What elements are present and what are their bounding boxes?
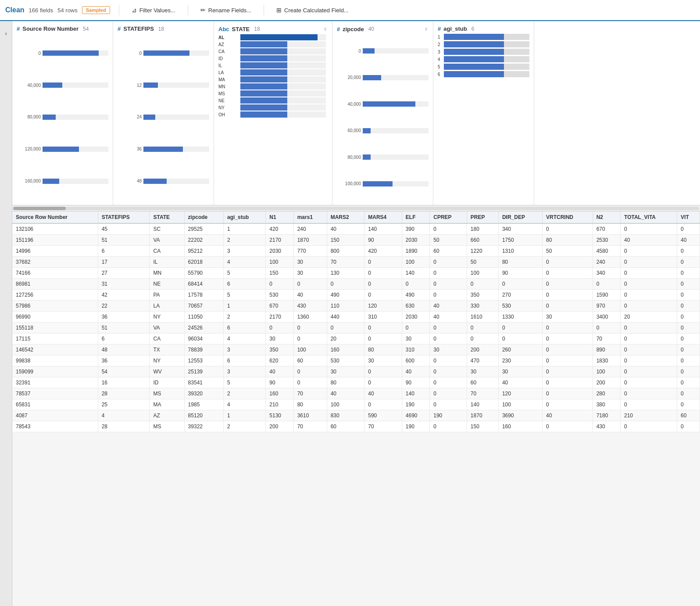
table-cell: 51 <box>98 235 150 246</box>
profile-card-source row number: # Source Row Number 54 0 40,000 <box>12 21 113 205</box>
table-cell: 0 <box>402 323 429 333</box>
agi-row: 2 <box>438 41 529 47</box>
column-header-mars1[interactable]: mars1 <box>293 212 327 223</box>
table-cell: NY <box>150 355 184 366</box>
column-header-prep[interactable]: PREP <box>467 212 498 223</box>
table-cell: 0 <box>430 268 467 279</box>
profile-card-agi_stub: # agi_stub 6 1 2 3 <box>433 21 534 205</box>
profile-card-zipcode: # zipcode 40 ♀ 0 20,000 40,00 <box>332 21 433 205</box>
table-cell: 70 <box>593 333 620 344</box>
table-cell: 40 <box>430 312 467 323</box>
table-cell: 70 <box>327 257 364 268</box>
table-cell: 36 <box>98 355 150 366</box>
horizontal-scrollbar[interactable] <box>12 205 700 212</box>
agi-bar-track <box>444 34 529 40</box>
table-row: 9983836NY1255366206053030600047023001830… <box>12 355 700 366</box>
table-cell: 3 <box>224 344 266 355</box>
column-header-vit[interactable]: VIT <box>677 212 700 223</box>
cat-bar-track <box>240 41 326 47</box>
cat-label: NY <box>218 105 240 110</box>
profile-type-icon: # <box>17 25 20 32</box>
side-panel[interactable]: › <box>0 21 12 606</box>
table-row: 7416627MN557905150301300140010090034000 <box>12 268 700 279</box>
table-row: 40874AZ851201513036108305904690190187036… <box>12 410 700 421</box>
table-cell: 5 <box>224 290 266 301</box>
table-cell: 0 <box>402 279 429 290</box>
cat-label: IL <box>218 63 240 68</box>
scrollbar-thumb[interactable] <box>13 207 66 210</box>
profile-count: 18 <box>254 26 260 32</box>
create-calc-field-button[interactable]: ⊞ Create Calculated Field... <box>273 5 352 15</box>
table-cell: IL <box>150 257 184 268</box>
table-cell: 0 <box>543 399 593 410</box>
table-cell: CA <box>150 246 184 257</box>
bar-row: 36 <box>118 147 209 152</box>
cat-row: CA <box>218 48 328 54</box>
table-row: 8698131NE684146000000000000 <box>12 279 700 290</box>
filter-values-button[interactable]: ⊿ Filter Values... <box>128 5 179 15</box>
column-header-source-row-number[interactable]: Source Row Number <box>12 212 98 223</box>
table-cell: 17115 <box>12 333 98 344</box>
profile-name: agi_stub <box>443 25 467 32</box>
table-cell: 0 <box>293 279 327 290</box>
cat-bar-fill <box>240 34 318 40</box>
table-cell: 530 <box>498 301 542 312</box>
table-cell: 0 <box>677 312 700 323</box>
column-header-total-vita[interactable]: TOTAL_VITA <box>621 212 677 223</box>
table-cell: 380 <box>593 399 620 410</box>
table-cell: 1360 <box>293 312 327 323</box>
table-cell: 0 <box>621 290 677 301</box>
table-cell: 0 <box>430 257 467 268</box>
column-header-dir-dep[interactable]: DIR_DEP <box>498 212 542 223</box>
table-cell: 190 <box>402 399 429 410</box>
table-cell: 78543 <box>12 421 98 432</box>
table-cell: 0 <box>266 279 293 290</box>
table-cell: 40 <box>327 388 364 399</box>
table-cell: LA <box>150 301 184 312</box>
agi-row: 6 <box>438 71 529 77</box>
cat-bar-track <box>240 111 326 118</box>
table-cell: 130 <box>327 268 364 279</box>
bar-label: 36 <box>118 147 142 151</box>
table-cell: AZ <box>150 410 184 421</box>
column-header-agi-stub[interactable]: agi_stub <box>224 212 266 223</box>
table-cell: 0 <box>593 279 620 290</box>
table-cell: 2 <box>224 235 266 246</box>
column-header-statefips[interactable]: STATEFIPS <box>98 212 150 223</box>
bar-row: 0 <box>17 50 108 56</box>
table-cell: 3610 <box>293 410 327 421</box>
table-cell: 2170 <box>266 312 293 323</box>
table-cell: 0 <box>430 333 467 344</box>
table-cell: 2030 <box>402 235 429 246</box>
table-cell: 30 <box>498 366 542 377</box>
table-cell: 0 <box>364 399 402 410</box>
table-cell: 160 <box>266 388 293 399</box>
table-cell: 0 <box>677 344 700 355</box>
column-header-cprep[interactable]: CPREP <box>430 212 467 223</box>
table-cell: 70 <box>293 388 327 399</box>
agi-row: 1 <box>438 34 529 40</box>
table-cell: 50 <box>467 257 498 268</box>
rename-fields-button[interactable]: ✏ Rename Fields... <box>197 5 255 15</box>
table-cell: 48 <box>98 344 150 355</box>
column-header-state[interactable]: STATE <box>150 212 184 223</box>
column-header-mars2[interactable]: MARS2 <box>327 212 364 223</box>
table-cell: 86981 <box>12 279 98 290</box>
table-cell: 2170 <box>266 235 293 246</box>
column-header-n1[interactable]: N1 <box>266 212 293 223</box>
table-cell: 17 <box>98 257 150 268</box>
bar-row: 24 <box>118 115 209 120</box>
column-header-zipcode[interactable]: zipcode <box>184 212 223 223</box>
table-cell: 1750 <box>498 235 542 246</box>
data-table-area[interactable]: Source Row NumberSTATEFIPSSTATEzipcodeag… <box>12 212 700 606</box>
table-cell: 0 <box>364 279 402 290</box>
profile-name: zipcode <box>343 26 364 32</box>
table-cell: 230 <box>498 355 542 366</box>
column-header-mars4[interactable]: MARS4 <box>364 212 402 223</box>
column-header-vrtcrind[interactable]: VRTCRIND <box>543 212 593 223</box>
column-header-n2[interactable]: N2 <box>593 212 620 223</box>
table-cell: 0 <box>430 421 467 432</box>
column-header-elf[interactable]: ELF <box>402 212 429 223</box>
cat-label: OH <box>218 112 240 117</box>
table-cell: 0 <box>430 377 467 388</box>
